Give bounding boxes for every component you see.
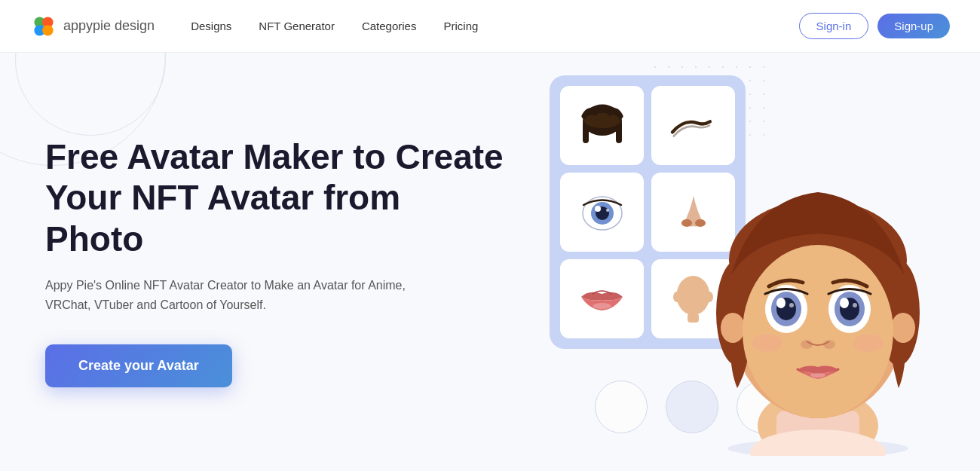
svg-point-40 [840, 298, 849, 308]
svg-point-44 [810, 373, 825, 378]
logo[interactable]: appypie design [30, 13, 155, 40]
nav-item-designs[interactable]: Designs [191, 20, 231, 33]
svg-point-31 [743, 245, 893, 418]
svg-point-15 [593, 303, 611, 309]
lips-icon [574, 280, 630, 318]
svg-point-29 [721, 313, 745, 343]
navbar: appypie design Designs NFT Generator Cat… [0, 0, 980, 53]
left-side: Free Avatar Maker to Create Your NFT Ava… [45, 136, 534, 387]
svg-point-11 [595, 206, 601, 212]
signin-button[interactable]: Sign-in [799, 13, 869, 39]
cta-button[interactable]: Create your Avatar [45, 344, 232, 387]
svg-point-36 [789, 303, 794, 307]
svg-point-41 [853, 303, 857, 307]
right-side [534, 53, 935, 471]
signup-button[interactable]: Sign-up [877, 14, 950, 38]
svg-point-35 [776, 298, 786, 308]
svg-point-3 [42, 25, 53, 35]
avatar-svg [686, 139, 950, 456]
avatar-character [686, 139, 950, 456]
nav-links: Designs NFT Generator Categories Pricing [191, 20, 798, 33]
svg-point-45 [752, 334, 782, 352]
hair-icon [572, 99, 632, 152]
svg-point-17 [673, 292, 681, 302]
feature-cell-hair [560, 86, 644, 165]
feature-cell-eye [560, 173, 644, 252]
eyebrow-icon [667, 111, 720, 141]
svg-point-12 [606, 209, 609, 212]
nav-item-pricing[interactable]: Pricing [443, 20, 478, 33]
feature-cell-lips [560, 259, 644, 338]
svg-point-30 [891, 313, 915, 343]
logo-text: appypie design [63, 18, 155, 34]
nav-item-categories[interactable]: Categories [362, 20, 417, 33]
nav-item-nft-generator[interactable]: NFT Generator [259, 20, 335, 33]
logo-icon [30, 13, 57, 40]
svg-point-46 [853, 334, 884, 352]
deco-circle-1 [595, 381, 648, 433]
hero-title: Free Avatar Maker to Create Your NFT Ava… [45, 136, 504, 259]
main-content: Free Avatar Maker to Create Your NFT Ava… [0, 53, 980, 471]
hero-description: Appy Pie's Online NFT Avatar Creator to … [45, 276, 422, 316]
nav-actions: Sign-in Sign-up [799, 13, 950, 39]
svg-point-7 [584, 113, 620, 128]
eye-icon [576, 186, 629, 239]
